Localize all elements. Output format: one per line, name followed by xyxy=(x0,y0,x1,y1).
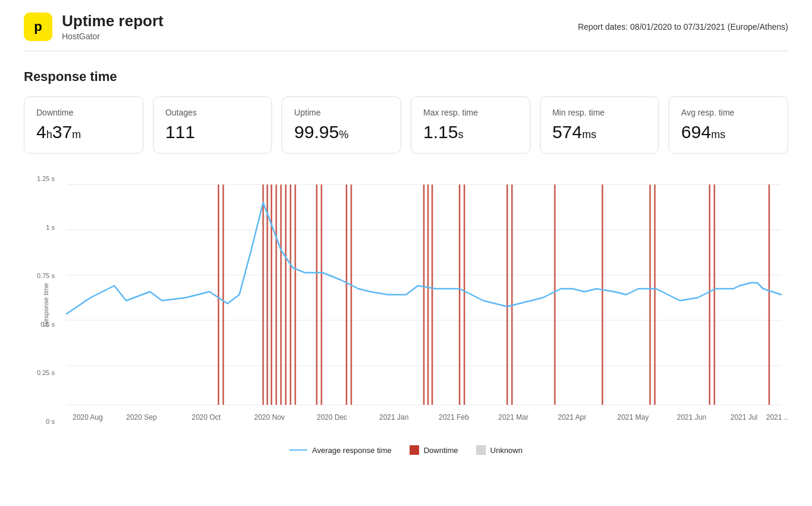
chart-svg: 2020 Aug 2020 Sep 2020 Oct 2020 Nov 2020… xyxy=(60,173,788,435)
stats-row: Downtime 4h37m Outages 111 Uptime 99.95%… xyxy=(24,96,788,154)
y-tick-3: 0.75 s xyxy=(37,272,55,279)
y-tick-2: 1 s xyxy=(46,224,55,231)
legend-downtime-label: Downtime xyxy=(424,446,458,455)
svg-text:2021 Feb: 2021 Feb xyxy=(439,413,469,421)
legend-downtime-icon xyxy=(410,445,419,455)
stat-card-uptime: Uptime 99.95% xyxy=(282,96,401,154)
legend-unknown: Unknown xyxy=(476,445,523,455)
stat-value-downtime: 4h37m xyxy=(36,122,131,142)
stat-value-min-resp: 574ms xyxy=(552,122,647,142)
svg-text:2021 May: 2021 May xyxy=(617,413,649,421)
svg-text:2020 Oct: 2020 Oct xyxy=(192,413,221,421)
svg-text:2021 Apr: 2021 Apr xyxy=(558,413,586,421)
stat-card-outages: Outages 111 xyxy=(153,96,273,154)
logo-text: p xyxy=(34,19,42,35)
logo: p xyxy=(24,13,52,41)
stat-value-avg-resp: 694ms xyxy=(681,122,776,142)
header-left: p Uptime report HostGator xyxy=(24,12,163,41)
chart-container: Response time 1.25 s 1 s 0.75 s 0.5 s 0.… xyxy=(24,173,788,437)
stat-value-max-resp: 1.15s xyxy=(423,122,518,142)
svg-text:2020 Sep: 2020 Sep xyxy=(126,413,157,421)
legend-downtime: Downtime xyxy=(410,445,458,455)
page-header: p Uptime report HostGator Report dates: … xyxy=(24,12,788,51)
stat-label-downtime: Downtime xyxy=(36,108,131,117)
svg-text:2021 Jul: 2021 Jul xyxy=(730,413,757,421)
stat-label-outages: Outages xyxy=(165,108,260,117)
legend-unknown-icon xyxy=(476,445,486,455)
svg-text:2020 Aug: 2020 Aug xyxy=(73,413,103,421)
svg-text:2020 Dec: 2020 Dec xyxy=(317,413,347,421)
y-tick-1: 1.25 s xyxy=(37,173,55,182)
report-dates: Report dates: 08/01/2020 to 07/31/2021 (… xyxy=(578,22,788,32)
stat-label-uptime: Uptime xyxy=(294,108,389,117)
stat-card-max-resp: Max resp. time 1.15s xyxy=(411,96,530,154)
stat-label-max-resp: Max resp. time xyxy=(423,108,518,117)
stat-value-uptime: 99.95% xyxy=(294,122,389,142)
legend-avg-response: Average response time xyxy=(289,446,391,455)
legend-line-icon xyxy=(289,449,307,451)
svg-text:2021 ...: 2021 ... xyxy=(766,413,788,421)
stat-card-downtime: Downtime 4h37m xyxy=(24,96,143,154)
y-tick-6: 0 s xyxy=(46,418,55,437)
stat-label-avg-resp: Avg resp. time xyxy=(681,108,776,117)
svg-text:2021 Jan: 2021 Jan xyxy=(379,413,408,421)
svg-text:2020 Nov: 2020 Nov xyxy=(254,413,285,421)
section-title: Response time xyxy=(24,69,788,85)
svg-text:2021 Mar: 2021 Mar xyxy=(498,413,529,421)
legend-unknown-label: Unknown xyxy=(491,446,523,455)
stat-label-min-resp: Min resp. time xyxy=(552,108,647,117)
stat-card-avg-resp: Avg resp. time 694ms xyxy=(669,96,788,154)
svg-text:2021 Jun: 2021 Jun xyxy=(677,413,706,421)
y-axis-label: Response time xyxy=(42,283,49,326)
page-title: Uptime report xyxy=(62,12,163,30)
chart-svg-area: 2020 Aug 2020 Sep 2020 Oct 2020 Nov 2020… xyxy=(60,173,788,437)
y-tick-5: 0.25 s xyxy=(37,369,55,376)
stat-value-outages: 111 xyxy=(165,122,260,142)
chart-legend: Average response time Downtime Unknown xyxy=(24,445,788,455)
legend-avg-label: Average response time xyxy=(312,446,391,455)
header-title-block: Uptime report HostGator xyxy=(62,12,163,41)
stat-card-min-resp: Min resp. time 574ms xyxy=(540,96,660,154)
page-subtitle: HostGator xyxy=(62,32,163,41)
